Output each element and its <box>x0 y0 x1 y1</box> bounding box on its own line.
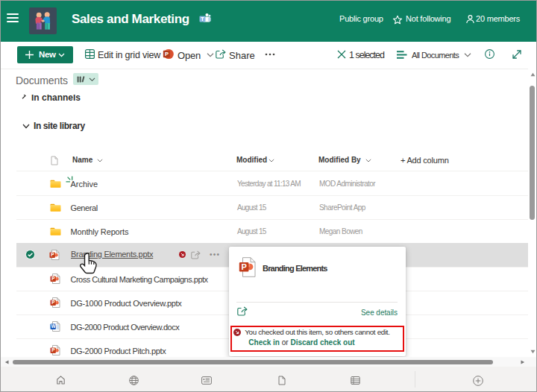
svg-text:P: P <box>51 276 55 281</box>
svg-text:P: P <box>242 262 247 271</box>
svg-text:P: P <box>51 252 54 257</box>
svg-text:P: P <box>51 347 55 353</box>
svg-text:W: W <box>51 323 56 329</box>
svg-text:P: P <box>51 300 55 305</box>
svg-text:P: P <box>165 51 169 57</box>
